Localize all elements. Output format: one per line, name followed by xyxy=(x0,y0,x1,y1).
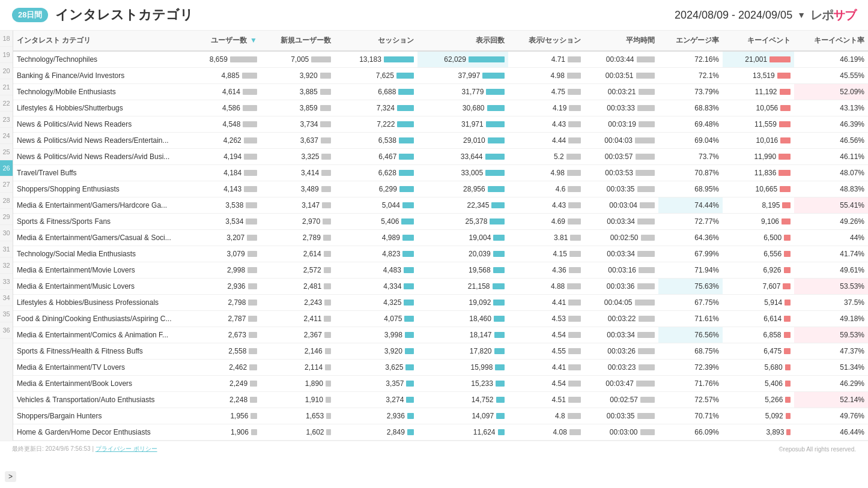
table-row[interactable]: Shoppers/Shopping Enthusiasts4,1433,4896… xyxy=(13,181,868,197)
cell-key-rate: 59.53% xyxy=(794,327,868,343)
footer-copyright: ©reposub All rights reserved. xyxy=(778,446,856,453)
table-row[interactable]: Shoppers/Bargain Hunters1,9561,6532,9361… xyxy=(13,408,868,424)
col-impressions[interactable]: 表示回数 xyxy=(417,31,508,51)
cell-avg-time: 00:03:35 xyxy=(584,181,658,197)
privacy-link[interactable]: プライバシー ポリシー xyxy=(96,445,157,452)
cell-new-users: 3,489 xyxy=(261,181,335,197)
logo-sub: サブ xyxy=(833,8,856,22)
cell-impressions: 33,005 xyxy=(417,165,508,181)
cell-engage-rate: 67.99% xyxy=(658,246,723,262)
line-numbers: 18192021222324252627282930313233343536 xyxy=(0,31,13,441)
footer-update: 最終更新日: 2024/9/6 7:56:53 xyxy=(12,445,91,452)
cell-key-rate: 46.44% xyxy=(794,424,868,441)
col-key-rate[interactable]: キーイベント率 xyxy=(794,31,868,51)
table-row[interactable]: News & Politics/Avid News Readers4,5483,… xyxy=(13,116,868,133)
cell-key-events: 5,680 xyxy=(723,360,794,376)
line-number-36: 36 xyxy=(0,322,13,339)
col-imp-per-session[interactable]: 表示/セッション xyxy=(508,31,584,51)
cell-category: Lifestyles & Hobbies/Business Profession… xyxy=(13,295,181,311)
table-row[interactable]: Media & Entertainment/Music Lovers2,9362… xyxy=(13,279,868,295)
table-row[interactable]: Media & Entertainment/Gamers/Hardcore Ga… xyxy=(13,197,868,214)
cell-key-rate: 45.55% xyxy=(794,68,868,84)
table-row[interactable]: Media & Entertainment/TV Lovers2,4622,11… xyxy=(13,360,868,376)
cell-users: 3,534 xyxy=(181,214,261,230)
cell-avg-time: 00:03:23 xyxy=(584,360,658,376)
cell-key-rate: 46.56% xyxy=(794,133,868,149)
cell-imp-per-session: 4.44 xyxy=(508,133,584,149)
dropdown-arrow-icon[interactable]: ▼ xyxy=(797,10,806,20)
cell-new-users: 3,734 xyxy=(261,116,335,133)
table-row[interactable]: Technology/Mobile Enthusiasts4,6143,8856… xyxy=(13,84,868,100)
table-row[interactable]: Sports & Fitness/Sports Fans3,5342,9705,… xyxy=(13,214,868,230)
table-row[interactable]: Home & Garden/Home Decor Enthusiasts1,90… xyxy=(13,424,868,441)
table-row[interactable]: Lifestyles & Hobbies/Shutterbugs4,5863,8… xyxy=(13,100,868,116)
cell-key-rate: 46.19% xyxy=(794,51,868,68)
table-row[interactable]: Technology/Technophiles8,6597,00513,1836… xyxy=(13,51,868,68)
cell-users: 2,249 xyxy=(181,376,261,392)
table-row[interactable]: Media & Entertainment/Book Lovers2,2491,… xyxy=(13,376,868,392)
cell-key-rate: 44% xyxy=(794,230,868,246)
cell-category: Travel/Travel Buffs xyxy=(13,165,181,181)
table-row[interactable]: News & Politics/Avid News Readers/Avid B… xyxy=(13,149,868,165)
nav-arrow[interactable]: > xyxy=(5,471,16,482)
line-number-34: 34 xyxy=(0,290,13,306)
line-number-23: 23 xyxy=(0,112,13,128)
col-sessions[interactable]: セッション xyxy=(335,31,417,51)
table-row[interactable]: Media & Entertainment/Comics & Animation… xyxy=(13,327,868,343)
cell-impressions: 17,820 xyxy=(417,343,508,360)
cell-key-rate: 37.5% xyxy=(794,295,868,311)
cell-sessions: 3,998 xyxy=(335,327,417,343)
cell-new-users: 2,411 xyxy=(261,311,335,327)
table-row[interactable]: Sports & Fitness/Health & Fitness Buffs2… xyxy=(13,343,868,360)
col-new-users[interactable]: 新規ユーザー数 xyxy=(261,31,335,51)
cell-users: 4,184 xyxy=(181,165,261,181)
cell-engage-rate: 70.87% xyxy=(658,165,723,181)
table-row[interactable]: Media & Entertainment/Movie Lovers2,9982… xyxy=(13,262,868,279)
cell-engage-rate: 64.36% xyxy=(658,230,723,246)
day-badge[interactable]: 28日間 xyxy=(12,8,48,22)
col-users[interactable]: ユーザー数 ▼ xyxy=(181,31,261,51)
col-key-events[interactable]: キーイベント xyxy=(723,31,794,51)
table-row[interactable]: Food & Dining/Cooking Enthusiasts/Aspiri… xyxy=(13,311,868,327)
cell-new-users: 2,572 xyxy=(261,262,335,279)
cell-category: Technology/Technophiles xyxy=(13,51,181,68)
table-row[interactable]: Media & Entertainment/Gamers/Casual & So… xyxy=(13,230,868,246)
cell-users: 2,998 xyxy=(181,262,261,279)
cell-imp-per-session: 4.98 xyxy=(508,68,584,84)
cell-impressions: 14,097 xyxy=(417,408,508,424)
cell-impressions: 20,039 xyxy=(417,246,508,262)
cell-users: 4,143 xyxy=(181,181,261,197)
col-avg-time[interactable]: 平均時間 xyxy=(584,31,658,51)
cell-category: Media & Entertainment/Comics & Animation… xyxy=(13,327,181,343)
table-row[interactable]: News & Politics/Avid News Readers/Entert… xyxy=(13,133,868,149)
cell-new-users: 3,147 xyxy=(261,197,335,214)
table-row[interactable]: Vehicles & Transportation/Auto Enthusias… xyxy=(13,392,868,408)
table-row[interactable]: Technology/Social Media Enthusiasts3,079… xyxy=(13,246,868,262)
cell-engage-rate: 71.61% xyxy=(658,311,723,327)
cell-users: 3,207 xyxy=(181,230,261,246)
table-row[interactable]: Banking & Finance/Avid Investors4,8853,9… xyxy=(13,68,868,84)
cell-avg-time: 00:03:47 xyxy=(584,376,658,392)
cell-avg-time: 00:03:26 xyxy=(584,343,658,360)
cell-sessions: 13,183 xyxy=(335,51,417,68)
cell-key-rate: 51.34% xyxy=(794,360,868,376)
top-bar: 28日間 インタレストカテゴリ 2024/08/09 - 2024/09/05 … xyxy=(0,0,868,31)
cell-imp-per-session: 4.19 xyxy=(508,100,584,116)
cell-key-events: 6,500 xyxy=(723,230,794,246)
cell-impressions: 19,092 xyxy=(417,295,508,311)
cell-key-rate: 48.83% xyxy=(794,181,868,197)
cell-category: Media & Entertainment/Gamers/Hardcore Ga… xyxy=(13,197,181,214)
cell-new-users: 2,243 xyxy=(261,295,335,311)
col-engage-rate[interactable]: エンゲージ率 xyxy=(658,31,723,51)
cell-users: 8,659 xyxy=(181,51,261,68)
cell-new-users: 3,325 xyxy=(261,149,335,165)
table-row[interactable]: Travel/Travel Buffs4,1843,4146,62833,005… xyxy=(13,165,868,181)
cell-impressions: 29,010 xyxy=(417,133,508,149)
line-number-29: 29 xyxy=(0,209,13,225)
cell-sessions: 3,274 xyxy=(335,392,417,408)
cell-key-rate: 48.07% xyxy=(794,165,868,181)
table-row[interactable]: Lifestyles & Hobbies/Business Profession… xyxy=(13,295,868,311)
cell-avg-time: 00:03:34 xyxy=(584,327,658,343)
cell-avg-time: 00:03:34 xyxy=(584,214,658,230)
cell-imp-per-session: 4.8 xyxy=(508,408,584,424)
